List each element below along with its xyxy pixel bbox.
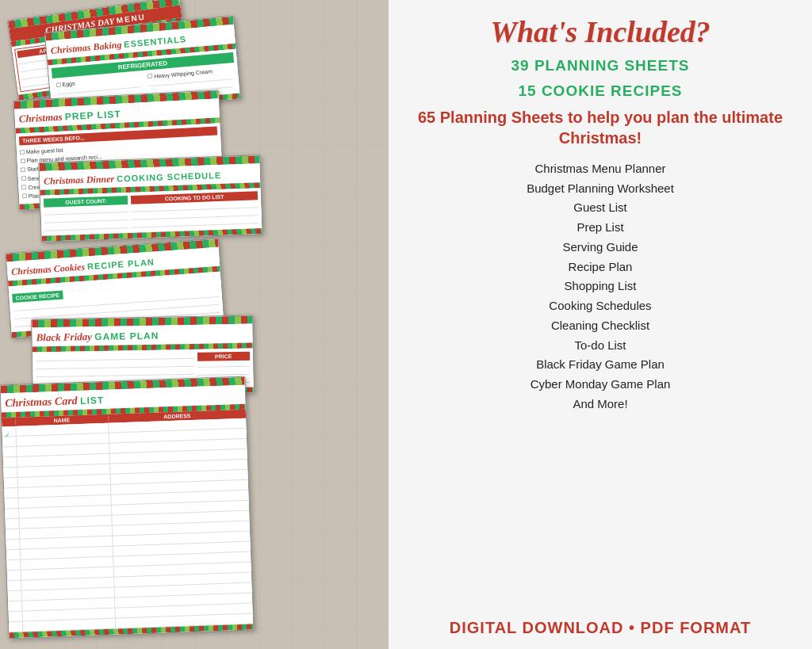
list-item: Recipe Plan <box>527 258 674 277</box>
prep-title-caps: PREP LIST <box>65 109 121 123</box>
prep-title-cursive: Christmas <box>18 111 65 125</box>
cookies-title-cursive: Christmas Cookies <box>11 261 88 277</box>
list-item: Cooking Schedules <box>527 296 674 316</box>
baking-item1: Eggs <box>62 81 75 87</box>
cooking-title-cursive: Christmas Dinner <box>44 173 117 186</box>
tagline: 65 Planning Sheets to help you plan the … <box>412 107 788 148</box>
page-title: What's Included? <box>490 16 710 49</box>
main-container: Christmas Day MENU APPETIZERS MAIN DISHE… <box>0 0 812 649</box>
list-item: Shopping List <box>527 277 674 296</box>
baking-title-caps: ESSENTIALS <box>124 34 187 49</box>
card-cooking-schedule: Christmas Dinner COOKING SCHEDULE GUEST … <box>38 155 262 242</box>
list-item: Guest List <box>527 198 674 218</box>
blackfriday-title-cursive: Black Friday <box>36 330 94 343</box>
stats-line2: 15 COOKIE RECIPES <box>518 81 682 102</box>
cookies-title-caps: RECIPE PLAN <box>87 257 155 271</box>
list-item: Serving Guide <box>527 238 674 258</box>
card-christmas-card-list: Christmas Card LIST NAME ADDRESS ✓ <box>0 376 255 639</box>
list-item: Prep List <box>527 218 674 238</box>
items-list: Christmas Menu PlannerBudget Planning Wo… <box>527 159 674 613</box>
cookies-col-header: COOKIE RECIPE <box>12 291 63 303</box>
list-item: Cleaning Checklist <box>527 316 674 336</box>
cardlist-title-cursive: Christmas Card <box>5 395 80 409</box>
stats-line1: 39 PLANNING SHEETS <box>511 55 690 77</box>
left-panel: Christmas Day MENU APPETIZERS MAIN DISHE… <box>0 0 389 649</box>
list-item: Christmas Menu Planner <box>527 159 674 179</box>
right-panel: What's Included? 39 PLANNING SHEETS 15 C… <box>389 0 812 649</box>
list-item: And More! <box>527 395 674 414</box>
list-item: To-do List <box>527 336 674 356</box>
cardlist-title-caps: LIST <box>80 395 104 407</box>
footer-text: DIGITAL DOWNLOAD • PDF FORMAT <box>450 619 751 637</box>
list-item: Black Friday Game Plan <box>527 355 674 375</box>
list-item: Budget Planning Worksheet <box>527 179 674 199</box>
cooking-title-caps: COOKING SCHEDULE <box>117 170 221 184</box>
cardlist-table: ✓ <box>2 418 253 633</box>
blackfriday-title-caps: GAME PLAN <box>94 330 159 342</box>
cooking-col1-header: GUEST COUNT: <box>44 196 128 208</box>
list-item: Cyber Monday Game Plan <box>527 375 674 395</box>
